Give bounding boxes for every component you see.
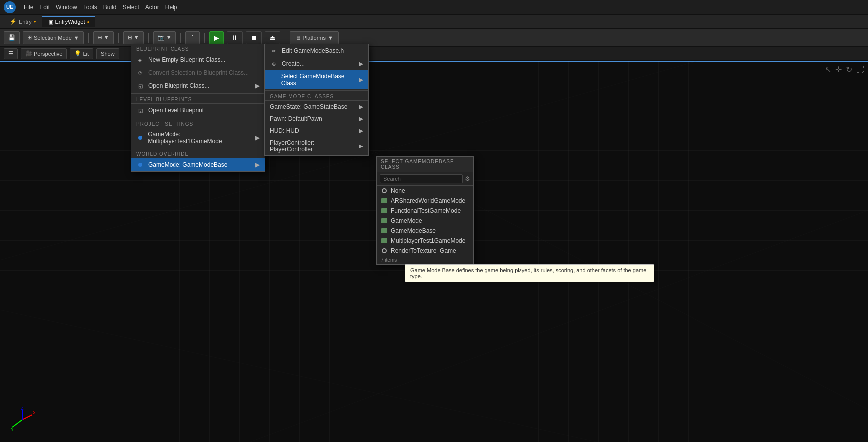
hud-label: HUD: HUD <box>270 127 299 134</box>
tab-entry[interactable]: ⚡ Entry ● <box>4 16 42 27</box>
gamestate-item[interactable]: GameState: GameStateBase ▶ <box>265 101 368 113</box>
gamemode-label: GameMode <box>391 217 422 224</box>
refresh-icon[interactable]: ↻ <box>846 65 852 74</box>
menu-build[interactable]: Build <box>103 4 117 11</box>
class-picker-header: SELECT GAMEMODEBASE CLASS — <box>377 157 473 172</box>
select-arrow: ▶ <box>359 76 363 83</box>
gamemode-base-icon <box>136 161 144 169</box>
gamemode-multiplayer-item[interactable]: GameMode: MultiplayerTest1GameMode ▶ <box>131 128 265 147</box>
create-arrow: ▶ <box>359 60 363 67</box>
playercontroller-item[interactable]: PlayerController: PlayerController ▶ <box>265 137 368 155</box>
hud-item[interactable]: HUD: HUD ▶ <box>265 125 368 137</box>
separator-3 <box>148 33 149 43</box>
eject-button[interactable]: ⏏ <box>265 31 280 44</box>
project-settings-section-label: PROJECT SETTINGS <box>131 119 265 128</box>
menu-file[interactable]: File <box>24 4 33 11</box>
play-button[interactable]: ▶ <box>209 31 224 44</box>
save-button[interactable]: 💾 <box>4 31 20 44</box>
select-gamemodebase-item[interactable]: Select GameModeBase Class ▶ <box>265 70 368 89</box>
cursor-icon[interactable]: ↖ <box>825 65 831 74</box>
perspective-button[interactable]: 🎥 Perspective <box>21 48 67 59</box>
viewport-corner-icons: ↖ ✛ ↻ ⛶ <box>825 65 864 74</box>
gamemode-base-dot <box>138 163 142 167</box>
tab-entrywidget-dot: ● <box>87 20 89 24</box>
svg-text:X: X <box>33 410 35 415</box>
select-icon <box>270 76 277 84</box>
tab-bar: ⚡ Entry ● ▣ EntryWidget ● <box>0 15 868 29</box>
open-blueprint-class-item[interactable]: ◱ Open Blueprint Class... ▶ <box>131 79 265 92</box>
level-blueprint-label: Open Level Blueprint <box>148 107 204 114</box>
menu-edit[interactable]: Edit <box>39 4 50 11</box>
convert-label: Convert Selection to Blueprint Class... <box>148 69 249 76</box>
gamemode-mp-dot <box>138 136 142 140</box>
select-label: Select GameModeBase Class <box>281 73 355 87</box>
class-multiplayertest[interactable]: MultiplayerTest1GameMode <box>377 236 473 246</box>
svg-line-3 <box>0 310 598 442</box>
class-none[interactable]: None <box>377 186 473 196</box>
multiplayer-icon <box>381 237 388 244</box>
svg-text:Y: Y <box>11 427 14 432</box>
tab-entrywidget[interactable]: ▣ EntryWidget ● <box>42 16 96 27</box>
show-button[interactable]: Show <box>96 48 119 59</box>
convert-selection-item[interactable]: ⟳ Convert Selection to Blueprint Class..… <box>131 66 265 79</box>
selection-mode-button[interactable]: ⊞ Selection Mode ▼ <box>23 31 84 44</box>
more-btn[interactable]: ⋮ <box>185 31 200 44</box>
class-picker-close[interactable]: — <box>462 160 469 168</box>
game-mode-classes-section: GAME MODE CLASSES <box>265 92 368 101</box>
camera-btn[interactable]: 📷 ▼ <box>153 31 176 44</box>
gamemode-base-item[interactable]: GameMode: GameModeBase ▶ <box>131 158 265 171</box>
show-label: Show <box>101 51 115 57</box>
separator-6 <box>285 33 285 43</box>
lit-button[interactable]: 💡 Lit <box>70 48 93 59</box>
edit-gamemodebase-item[interactable]: ✏ Edit GameModeBase.h <box>265 44 368 57</box>
open-level-blueprint-item[interactable]: ◱ Open Level Blueprint <box>131 104 265 117</box>
arshared-icon <box>381 197 388 204</box>
level-blueprint-icon: ◱ <box>136 106 144 114</box>
menu-window[interactable]: Window <box>56 4 77 11</box>
menu-actor[interactable]: Actor <box>145 4 159 11</box>
class-rendertotexture[interactable]: RenderToTexture_Game <box>377 246 473 256</box>
fullscreen-icon[interactable]: ⛶ <box>856 65 864 74</box>
edit-label: Edit GameModeBase.h <box>282 47 344 54</box>
open-blueprint-icon: ◱ <box>136 82 144 90</box>
create-item[interactable]: ⊕ Create... ▶ <box>265 57 368 70</box>
functional-label: FunctionalTestGameMode <box>391 207 461 214</box>
gamemode-divider <box>265 90 368 91</box>
search-input[interactable] <box>380 174 463 183</box>
viewport-menu-button[interactable]: ☰ <box>4 48 18 59</box>
separator-4 <box>180 33 181 43</box>
arshared-rect <box>381 198 387 203</box>
class-gamemode[interactable]: GameMode <box>377 216 473 226</box>
create-icon: ⊕ <box>270 60 278 68</box>
menu-select[interactable]: Select <box>122 4 139 11</box>
new-empty-icon: ◈ <box>136 56 144 64</box>
menu-help[interactable]: Help <box>165 4 177 11</box>
tooltip-text: Game Mode Base defines the game being pl… <box>410 267 646 279</box>
tab-entrywidget-label: EntryWidget <box>55 19 85 25</box>
svg-line-5 <box>12 420 22 427</box>
gamemode-mp-icon <box>136 134 144 142</box>
functional-icon <box>381 207 388 214</box>
search-gear-icon[interactable]: ⚙ <box>465 175 470 182</box>
pawn-arrow: ▶ <box>359 115 363 122</box>
snap-btn[interactable]: ⊞ ▼ <box>123 31 144 44</box>
pause-button[interactable]: ⏸ <box>227 31 243 44</box>
transform-btn[interactable]: ⊕ ▼ <box>93 31 114 44</box>
save-icon: 💾 <box>8 34 15 41</box>
new-empty-blueprint-item[interactable]: ◈ New Empty Blueprint Class... <box>131 53 265 66</box>
tooltip: Game Mode Base defines the game being pl… <box>405 264 654 282</box>
platforms-button[interactable]: 🖥 Platforms ▼ <box>290 31 339 44</box>
gamemode-base-label: GameMode: GameModeBase <box>148 161 227 168</box>
pawn-item[interactable]: Pawn: DefaultPawn ▶ <box>265 113 368 125</box>
class-picker-title: SELECT GAMEMODEBASE CLASS <box>381 159 462 170</box>
platforms-icon: 🖥 <box>295 35 301 41</box>
crosshair-icon[interactable]: ✛ <box>835 65 842 74</box>
class-functional[interactable]: FunctionalTestGameMode <box>377 206 473 216</box>
class-arshared[interactable]: ARSharedWorldGameMode <box>377 196 473 206</box>
gamemodebase-rect <box>381 228 387 233</box>
gamemodebase-label: GameModeBase <box>391 227 436 234</box>
class-gamemodebase[interactable]: GameModeBase <box>377 226 473 236</box>
menu-tools[interactable]: Tools <box>83 4 97 11</box>
blueprint-class-menu: BLUEPRINT CLASS ◈ New Empty Blueprint Cl… <box>131 44 265 172</box>
stop-button[interactable]: ⏹ <box>246 31 262 44</box>
